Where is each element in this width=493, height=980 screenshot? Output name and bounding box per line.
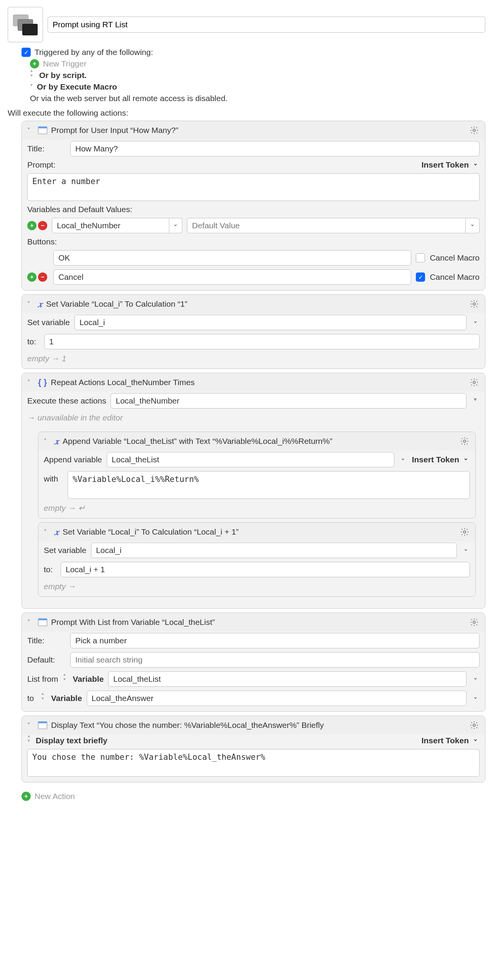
- to-value-input[interactable]: [61, 562, 470, 577]
- sort-icon-small[interactable]: [27, 736, 33, 745]
- to-value-input[interactable]: [44, 334, 480, 349]
- variable-x-icon: 𝑥: [55, 527, 59, 537]
- add-var-button[interactable]: +: [27, 221, 36, 230]
- action-title: Prompt With List from Variable “Local_th…: [51, 618, 465, 627]
- app-window-icon: [38, 721, 47, 729]
- display-mode-button[interactable]: Display text briefly: [36, 736, 108, 745]
- action-title: Set Variable “Local_i” To Calculation “1…: [46, 299, 465, 309]
- insert-token-button[interactable]: Insert Token: [412, 455, 470, 464]
- triggered-checkbox[interactable]: ✓: [22, 48, 31, 57]
- remote-access-label: Or via the web server but all remote acc…: [30, 94, 228, 103]
- set-variable-input[interactable]: [91, 543, 457, 558]
- braces-icon: { }: [38, 377, 47, 387]
- set-variable-label: Set variable: [44, 546, 86, 555]
- action-title: Repeat Actions Local_theNumber Times: [51, 378, 465, 387]
- disclose-icon[interactable]: [27, 722, 34, 729]
- title-input[interactable]: [70, 633, 480, 648]
- action-set-variable-i-plus-1: 𝑥 Set Variable “Local_i” To Calculation …: [38, 522, 476, 597]
- title-label: Title:: [27, 636, 66, 645]
- var-default-dropdown[interactable]: [466, 218, 480, 233]
- var-name-dropdown[interactable]: [169, 218, 182, 233]
- remove-button-button[interactable]: −: [38, 272, 47, 282]
- gear-icon[interactable]: [469, 617, 480, 628]
- remove-var-button[interactable]: −: [38, 221, 47, 230]
- insert-token-button[interactable]: Insert Token: [422, 736, 480, 745]
- disclose-icon[interactable]: [44, 438, 51, 445]
- default-input[interactable]: [70, 652, 480, 668]
- repeat-count-input[interactable]: [111, 393, 467, 409]
- gear-icon[interactable]: [469, 299, 480, 309]
- new-action-label[interactable]: New Action: [35, 792, 75, 801]
- var-default-input[interactable]: [187, 218, 466, 233]
- add-trigger-button[interactable]: +: [30, 59, 39, 68]
- or-by-execute-label[interactable]: Or by Execute Macro: [37, 82, 117, 91]
- svg-point-3: [463, 440, 466, 442]
- svg-point-1: [473, 303, 475, 305]
- gear-icon[interactable]: [459, 527, 470, 537]
- button-cancel-input[interactable]: [53, 269, 411, 285]
- add-button-button[interactable]: +: [27, 272, 36, 282]
- insert-token-button[interactable]: Insert Token: [422, 160, 480, 169]
- new-trigger-label[interactable]: New Trigger: [43, 59, 86, 68]
- action-title: Set Variable “Local_i” To Calculation “L…: [63, 527, 455, 537]
- action-title: Append Variable “Local_theList” with Tex…: [63, 437, 455, 446]
- set-variable-dropdown[interactable]: [462, 547, 470, 554]
- will-execute-label: Will execute the following actions:: [8, 108, 485, 118]
- prompt-label: Prompt:: [27, 160, 66, 169]
- or-by-script-label[interactable]: Or by script.: [39, 71, 87, 80]
- macro-name-input[interactable]: [48, 17, 485, 33]
- sort-icon[interactable]: [30, 71, 35, 80]
- sort-icon-small[interactable]: [41, 694, 46, 703]
- add-action-button[interactable]: +: [22, 792, 31, 801]
- sort-icon-small[interactable]: [63, 675, 68, 683]
- append-var-input[interactable]: [107, 452, 394, 467]
- list-from-label: List from: [27, 674, 58, 684]
- chevron-down-icon[interactable]: [30, 83, 33, 90]
- svg-point-4: [463, 531, 466, 533]
- disclose-icon[interactable]: [27, 301, 34, 307]
- variable-label[interactable]: Variable: [73, 674, 104, 684]
- variable-x-icon: 𝑥: [38, 299, 42, 309]
- repeat-dropdown[interactable]: [471, 397, 480, 404]
- action-display-text: Display Text “You chose the number: %Var…: [22, 716, 485, 782]
- svg-point-5: [473, 621, 475, 623]
- dest-var-input[interactable]: [87, 691, 467, 706]
- action-title: Prompt for User Input “How Many?”: [51, 126, 465, 135]
- action-prompt-user-input: Prompt for User Input “How Many?” Title:…: [22, 121, 485, 291]
- macro-icon[interactable]: [8, 7, 43, 42]
- append-var-dropdown[interactable]: [399, 456, 407, 463]
- disclose-icon[interactable]: [44, 528, 51, 535]
- app-window-icon: [38, 126, 47, 134]
- svg-point-0: [473, 129, 475, 131]
- dest-var-dropdown[interactable]: [471, 695, 480, 702]
- action-set-variable-i-1: 𝑥 Set Variable “Local_i” To Calculation …: [22, 294, 485, 369]
- disclose-icon[interactable]: [27, 379, 34, 386]
- variable-label-2[interactable]: Variable: [51, 694, 82, 703]
- preview-row: empty → 1: [27, 353, 480, 363]
- vars-label: Variables and Default Values:: [27, 205, 132, 214]
- title-input[interactable]: [70, 141, 480, 156]
- prompt-textarea[interactable]: [27, 173, 480, 201]
- with-textarea[interactable]: [68, 471, 470, 499]
- set-variable-input[interactable]: [74, 315, 467, 330]
- action-title: Display Text “You chose the number: %Var…: [51, 721, 465, 730]
- ok-cancel-macro-checkbox[interactable]: ✓: [416, 253, 425, 262]
- display-text-textarea[interactable]: [27, 749, 480, 777]
- list-var-dropdown[interactable]: [471, 676, 480, 683]
- gear-icon[interactable]: [459, 436, 470, 447]
- cancel-macro-label: Cancel Macro: [430, 253, 480, 262]
- button-ok-input[interactable]: [53, 250, 411, 266]
- set-variable-dropdown[interactable]: [471, 319, 480, 326]
- var-name-input[interactable]: [52, 218, 169, 233]
- gear-icon[interactable]: [469, 125, 480, 136]
- preview-row: empty →: [44, 581, 470, 591]
- cancel-cancel-macro-checkbox[interactable]: ✓: [416, 272, 425, 282]
- disclose-icon[interactable]: [27, 127, 34, 134]
- gear-icon[interactable]: [469, 720, 480, 731]
- to-label: to: [27, 694, 36, 703]
- list-var-input[interactable]: [108, 671, 467, 687]
- gear-icon[interactable]: [469, 377, 480, 388]
- unavailable-row: → unavailable in the editor: [27, 412, 480, 422]
- disclose-icon[interactable]: [27, 619, 34, 626]
- append-label: Append variable: [44, 455, 102, 464]
